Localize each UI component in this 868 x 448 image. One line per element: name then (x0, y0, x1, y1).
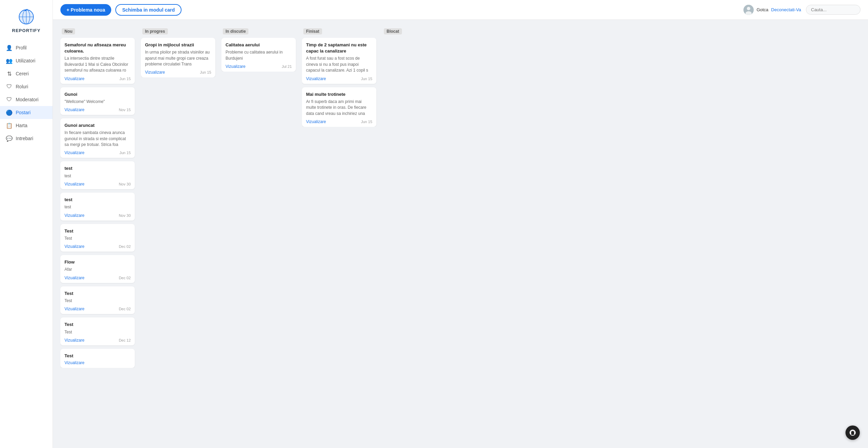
card-desc: Afar (64, 267, 131, 272)
card-date: Jul 21 (282, 64, 292, 69)
sidebar-item-intrebari[interactable]: 💬 Intrebari (0, 132, 53, 145)
table-row[interactable]: testtestVizualizareNov 30 (60, 161, 135, 189)
table-row[interactable]: testtestVizualizareNov 30 (60, 193, 135, 221)
table-row[interactable]: Semaforul nu afiseaza mereu culoarea.La … (60, 38, 135, 84)
card-title: Timp de 2 saptamani nu este capac la can… (306, 42, 372, 54)
card-date: Dec 02 (119, 244, 131, 249)
badge-in-progres: In progres (142, 28, 168, 34)
vizualizare-link[interactable]: Vizualizare (226, 64, 245, 69)
card-date: Jun 15 (119, 151, 131, 155)
card-desc: La intersectia dintre strazile Bulevardu… (64, 56, 131, 73)
postari-icon: 🔵 (6, 109, 12, 116)
sidebar-item-label: Moderatori (16, 97, 39, 102)
switch-mode-button[interactable]: Schimba in modul card (115, 4, 182, 16)
column-nou: NouSemaforul nu afiseaza mereu culoarea.… (60, 27, 135, 368)
card-date: Jun 15 (200, 70, 211, 74)
table-row[interactable]: TestVizualizare (60, 349, 135, 368)
table-row[interactable]: TestTestVizualizareDec 12 (60, 317, 135, 345)
card-title: Test (64, 353, 131, 359)
vizualizare-link[interactable]: Vizualizare (306, 76, 326, 81)
vizualizare-link[interactable]: Vizualizare (64, 76, 84, 81)
card-date: Nov 15 (119, 108, 131, 112)
logo: REPORTIFY (12, 6, 40, 33)
vizualizare-link[interactable]: Vizualizare (64, 182, 84, 186)
card-footer: VizualizareNov 30 (64, 213, 131, 218)
vizualizare-link[interactable]: Vizualizare (64, 107, 84, 112)
vizualizare-link[interactable]: Vizualizare (64, 150, 84, 155)
card-title: Gunoi aruncat (64, 122, 131, 129)
sidebar: REPORTIFY 👤 Profil 👥 Utilizatori ⇅ Cerer… (0, 0, 53, 448)
intrebari-icon: 💬 (6, 135, 12, 141)
vizualizare-link[interactable]: Vizualizare (145, 70, 165, 75)
card-date: Nov 30 (119, 182, 131, 186)
table-row[interactable]: Mai multe trotineteAr fi superb daca am … (302, 87, 376, 127)
table-row[interactable]: Calitatea aeruluiProbleme cu calitatea a… (221, 38, 296, 72)
badge-in-discutie: In discutie (223, 28, 248, 34)
logo-text: REPORTIFY (12, 28, 40, 33)
sidebar-item-harta[interactable]: 📋 Harta (0, 119, 53, 132)
cards-finisat: Timp de 2 saptamani nu este capac la can… (302, 38, 377, 127)
sidebar-item-moderatori[interactable]: 🛡 Moderatori (0, 93, 53, 106)
table-row[interactable]: Gunoi aruncatIn fiecare sambata cineva a… (60, 118, 135, 158)
card-footer: VizualizareNov 15 (64, 107, 131, 112)
deconect-link[interactable]: Deconectati-Va (771, 7, 801, 12)
vizualizare-link[interactable]: Vizualizare (64, 307, 84, 311)
sidebar-item-utilizatori[interactable]: 👥 Utilizatori (0, 54, 53, 67)
column-in-discutie: In discutieCalitatea aeruluiProbleme cu … (221, 27, 296, 72)
card-desc: Test (64, 236, 131, 241)
card-title: Semaforul nu afiseaza mereu culoarea. (64, 42, 131, 54)
sidebar-item-roluri[interactable]: 🛡 Roluri (0, 80, 53, 93)
card-title: Flow (64, 259, 131, 265)
vizualizare-link[interactable]: Vizualizare (64, 360, 84, 365)
user-info: Gotca Deconectati-Va (743, 5, 801, 15)
moderatori-icon: 🛡 (6, 96, 12, 103)
cereri-icon: ⇅ (6, 71, 12, 77)
card-title: test (64, 165, 131, 171)
column-header-in-progres: In progres (141, 27, 216, 38)
svg-rect-10 (850, 432, 851, 434)
vizualizare-link[interactable]: Vizualizare (306, 119, 326, 124)
card-title: Gunoi (64, 91, 131, 98)
card-desc: Test (64, 329, 131, 335)
vizualizare-link[interactable]: Vizualizare (64, 244, 84, 249)
badge-finisat: Finisat (303, 28, 322, 34)
sidebar-item-cereri[interactable]: ⇅ Cereri (0, 67, 53, 80)
sidebar-item-label: Postari (16, 110, 31, 115)
table-row[interactable]: Timp de 2 saptamani nu este capac la can… (302, 38, 376, 84)
badge-nou: Nou (62, 28, 75, 34)
card-date: Nov 30 (119, 213, 131, 218)
sidebar-item-postari[interactable]: 🔵 Postari (0, 106, 53, 119)
table-row[interactable]: TestTestVizualizareDec 02 (60, 224, 135, 252)
table-row[interactable]: Gunoi"Wellcome" Welcome"VizualizareNov 1… (60, 87, 135, 115)
svg-point-7 (747, 7, 750, 10)
search-input[interactable] (806, 5, 860, 15)
vizualizare-link[interactable]: Vizualizare (64, 338, 84, 343)
sidebar-item-profil[interactable]: 👤 Profil (0, 41, 53, 54)
column-finisat: FinisatTimp de 2 saptamani nu este capac… (302, 27, 377, 127)
column-in-progres: In progresGropi in mijlocul straziiIn ur… (141, 27, 216, 77)
sidebar-item-label: Roluri (16, 84, 28, 89)
profil-icon: 👤 (6, 45, 12, 51)
card-footer: VizualizareJun 15 (64, 150, 131, 155)
table-row[interactable]: FlowAfarVizualizareDec 02 (60, 255, 135, 283)
card-date: Dec 02 (119, 307, 131, 311)
card-date: Jun 15 (119, 77, 131, 81)
table-row[interactable]: Gropi in mijlocul straziiIn urma ploilor… (141, 38, 215, 77)
table-row[interactable]: TestTestVizualizareDec 02 (60, 286, 135, 314)
card-footer: VizualizareJun 15 (145, 70, 211, 75)
card-date: Dec 12 (119, 338, 131, 342)
card-date: Jun 15 (361, 77, 372, 81)
vizualizare-link[interactable]: Vizualizare (64, 275, 84, 280)
badge-blocat: Blocat (384, 28, 402, 34)
column-header-nou: Nou (60, 27, 135, 38)
header-left: + Problema noua Schimba in modul card (60, 4, 182, 16)
sidebar-item-label: Profil (16, 45, 27, 50)
vizualizare-link[interactable]: Vizualizare (64, 213, 84, 218)
add-problem-button[interactable]: + Problema noua (60, 4, 111, 16)
card-footer: VizualizareNov 30 (64, 182, 131, 186)
card-footer: VizualizareDec 12 (64, 338, 131, 343)
support-fab[interactable] (845, 425, 860, 440)
card-footer: VizualizareJun 15 (306, 119, 372, 124)
card-date: Dec 02 (119, 276, 131, 280)
svg-point-5 (27, 9, 28, 10)
